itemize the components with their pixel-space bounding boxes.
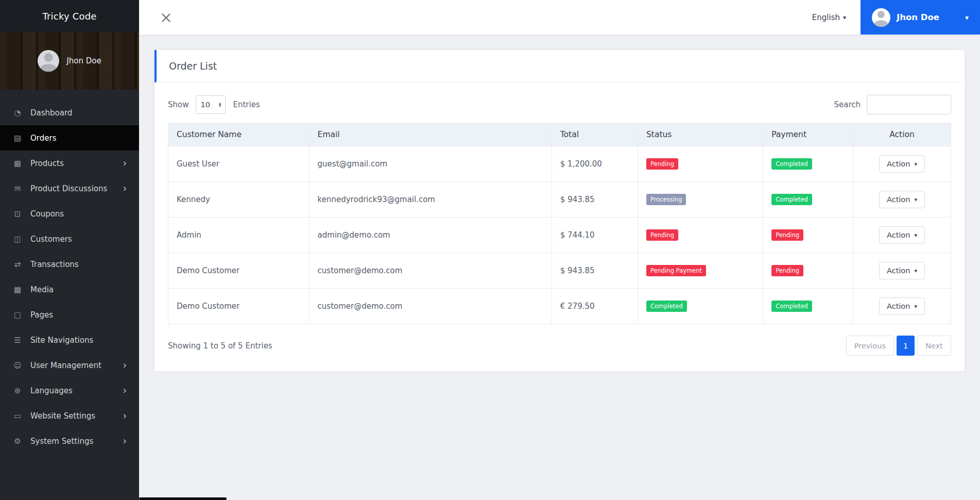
sidebar-item-user-management[interactable]: ☺User Management› — [0, 353, 139, 378]
coupons-icon: ⊡ — [12, 209, 23, 219]
status-badge: Pending Payment — [646, 265, 706, 276]
user-avatar — [872, 8, 890, 27]
horizontal-scrollbar[interactable] — [139, 497, 227, 500]
pagination-next[interactable]: Next — [917, 336, 951, 356]
sidebar-item-coupons[interactable]: ⊡Coupons — [0, 201, 139, 226]
page-size-select[interactable]: 10 ▴▾ — [196, 95, 226, 114]
order-list-card: Order List Show 10 ▴▾ Entries Search Cus… — [154, 50, 965, 371]
action-cell: Action▾ — [853, 182, 951, 218]
sidebar-item-website-settings[interactable]: ▭Website Settings› — [0, 403, 139, 428]
action-button[interactable]: Action▾ — [879, 155, 925, 173]
sidebar-item-label: Product Discussions — [30, 184, 115, 193]
sidebar-item-label: Transactions — [30, 260, 127, 269]
chevron-right-icon: › — [123, 184, 127, 193]
sidebar-item-label: System Settings — [30, 437, 115, 446]
dashboard-icon: ◔ — [12, 108, 23, 118]
column-header-total: Total — [552, 123, 638, 146]
page-size-value: 10 — [200, 101, 210, 109]
sidebar-item-transactions[interactable]: ⇄Transactions — [0, 252, 139, 277]
email-cell: customer@demo.com — [309, 253, 552, 289]
table-row: Demo Customercustomer@demo.com€ 279.50Co… — [168, 289, 951, 324]
sidebar-item-customers[interactable]: ◫Customers — [0, 226, 139, 252]
chevron-down-icon: ▾ — [914, 232, 917, 238]
card-body: Show 10 ▴▾ Entries Search Customer NameE… — [154, 82, 965, 371]
customer-name-cell: Guest User — [168, 146, 310, 182]
sidebar-item-label: Products — [30, 159, 115, 168]
column-header-payment: Payment — [763, 123, 853, 146]
sidebar-item-site-navigations[interactable]: ☰Site Navigations — [0, 327, 139, 353]
stepper-icon: ▴▾ — [219, 102, 221, 108]
sidebar-item-label: Languages — [30, 386, 115, 395]
sidebar-item-languages[interactable]: ⊕Languages› — [0, 378, 139, 403]
user-management-icon: ☺ — [12, 361, 23, 370]
sidebar-profile: Jhon Doe — [0, 32, 139, 90]
topbar: × English ▾ Jhon Doe ▾ — [139, 0, 980, 35]
table-row: Kennedykennedyrodrick93@gmail.com$ 943.8… — [168, 182, 951, 218]
total-cell: $ 1,200.00 — [552, 146, 638, 182]
chevron-down-icon: ▾ — [965, 14, 969, 21]
email-cell: admin@demo.com — [309, 218, 552, 253]
sidebar-item-system-settings[interactable]: ⚙System Settings› — [0, 428, 139, 454]
column-header-email: Email — [309, 123, 552, 146]
action-button[interactable]: Action▾ — [879, 191, 925, 208]
sidebar: Tricky Code Jhon Doe ◔Dashboard▤Orders▦P… — [0, 0, 139, 500]
pagination-page-1[interactable]: 1 — [897, 336, 915, 356]
chevron-right-icon: › — [123, 411, 127, 421]
total-cell: $ 744.10 — [552, 218, 638, 253]
sidebar-item-pages[interactable]: ▢Pages — [0, 302, 139, 327]
sidebar-item-product-discussions[interactable]: ✉Product Discussions› — [0, 176, 139, 201]
payment-cell: Completed — [763, 146, 853, 182]
chevron-down-icon: ▾ — [914, 304, 917, 309]
card-header: Order List — [154, 50, 965, 82]
sidebar-item-label: Site Navigations — [30, 336, 127, 345]
status-cell: Pending — [638, 146, 763, 182]
email-cell: kennedyrodrick93@gmail.com — [309, 182, 552, 218]
status-cell: Pending Payment — [638, 253, 763, 289]
table-footer: Showing 1 to 5 of 5 Entries Previous 1 N… — [168, 336, 951, 356]
status-badge: Pending — [646, 158, 678, 170]
user-menu[interactable]: Jhon Doe ▾ — [861, 0, 980, 35]
sidebar-item-label: Coupons — [30, 209, 127, 219]
status-cell: Pending — [638, 218, 763, 253]
close-icon[interactable]: × — [160, 10, 173, 25]
customer-name-cell: Demo Customer — [168, 253, 310, 289]
action-button[interactable]: Action▾ — [879, 226, 925, 244]
user-name: Jhon Doe — [897, 12, 959, 22]
sidebar-item-products[interactable]: ▦Products› — [0, 151, 139, 176]
customer-name-cell: Kennedy — [168, 182, 310, 218]
language-dropdown[interactable]: English ▾ — [812, 13, 846, 22]
sidebar-item-media[interactable]: ▩Media — [0, 277, 139, 302]
transactions-icon: ⇄ — [12, 260, 23, 269]
status-badge: Pending — [646, 229, 678, 241]
action-cell: Action▾ — [853, 218, 951, 253]
sidebar-item-label: Pages — [30, 310, 127, 320]
total-cell: € 279.50 — [552, 289, 638, 324]
payment-cell: Pending — [763, 253, 853, 289]
column-header-customer-name: Customer Name — [168, 123, 310, 146]
chevron-down-icon: ▾ — [914, 268, 917, 274]
customers-icon: ◫ — [12, 235, 23, 244]
system-settings-icon: ⚙ — [12, 437, 23, 446]
status-badge: Processing — [646, 194, 686, 205]
action-button[interactable]: Action▾ — [879, 262, 925, 279]
action-cell: Action▾ — [853, 289, 951, 324]
total-cell: $ 943.85 — [552, 182, 638, 218]
search-input[interactable] — [867, 95, 951, 114]
products-icon: ▦ — [12, 159, 23, 168]
search-label: Search — [834, 100, 861, 109]
sidebar-item-orders[interactable]: ▤Orders — [0, 125, 139, 151]
status-cell: Completed — [638, 289, 763, 324]
sidebar-item-dashboard[interactable]: ◔Dashboard — [0, 100, 139, 125]
orders-icon: ▤ — [12, 134, 23, 143]
table-row: Adminadmin@demo.com$ 744.10PendingPendin… — [168, 218, 951, 253]
pagination-previous[interactable]: Previous — [846, 336, 894, 356]
customer-name-cell: Admin — [168, 218, 310, 253]
website-settings-icon: ▭ — [12, 411, 23, 421]
action-button-label: Action — [887, 266, 910, 275]
chevron-right-icon: › — [123, 158, 127, 168]
action-button[interactable]: Action▾ — [879, 297, 925, 315]
product-discussions-icon: ✉ — [12, 184, 23, 193]
chevron-right-icon: › — [123, 360, 127, 370]
payment-badge: Completed — [771, 301, 812, 312]
table-row: Demo Customercustomer@demo.com$ 943.85Pe… — [168, 253, 951, 289]
